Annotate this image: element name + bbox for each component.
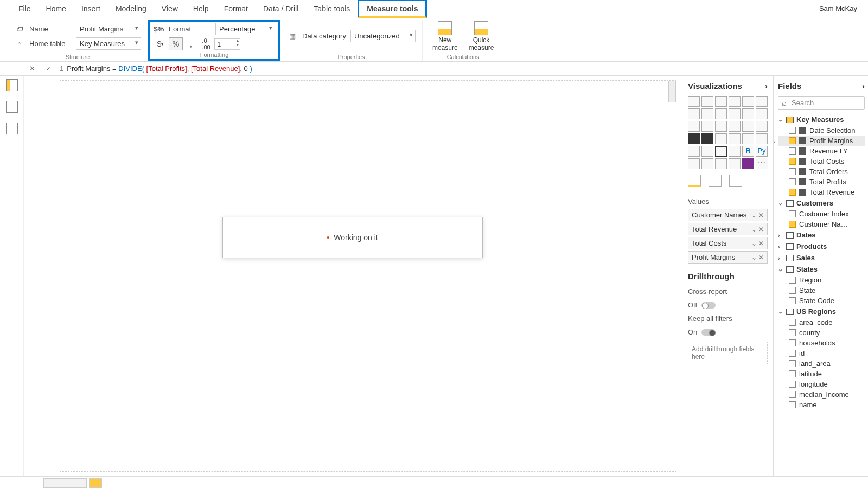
viz-python-icon[interactable]: Py [756,146,768,157]
viz-qna-icon[interactable] [715,158,727,169]
field-checkbox[interactable] [789,221,796,228]
viz-donut-icon[interactable] [729,121,741,132]
field-checkbox[interactable] [789,391,796,398]
viz-card-icon[interactable] [742,133,754,144]
field-latitude[interactable]: latitude [778,369,865,379]
new-page-button[interactable] [89,478,102,488]
viz-line-icon[interactable] [688,108,700,119]
chevron-down-icon[interactable]: ⌄ [751,226,757,233]
field-total-costs[interactable]: Total Costs [778,156,865,166]
field-total-orders[interactable]: Total Orders [778,166,865,177]
report-view-icon[interactable] [6,79,18,91]
table-sales[interactable]: ›Sales [778,252,865,264]
field-county[interactable]: county [778,328,865,338]
viz-funnel-icon[interactable] [715,133,727,144]
field-revenue-ly[interactable]: Revenue LY [778,146,865,156]
field-customer-index[interactable]: Customer Index [778,209,865,219]
chevron-down-icon[interactable]: ⌄ [751,211,757,219]
viz-scatter-icon[interactable] [701,121,713,132]
field-checkbox[interactable] [789,381,796,388]
canvas-page[interactable] [60,80,676,472]
field-longitude[interactable]: longitude [778,379,865,389]
menu-view[interactable]: View [154,1,186,16]
model-view-icon[interactable] [6,123,18,134]
data-view-icon[interactable] [6,101,18,113]
data-category-dropdown[interactable]: Uncategorized [350,30,416,42]
viz-shape-map-icon[interactable] [701,133,713,144]
analytics-tab-icon[interactable] [729,175,742,187]
viz-arcglobe-icon[interactable] [729,158,741,169]
measure-name-input[interactable]: Profit Margins [76,23,141,35]
viz-gauge-icon[interactable] [729,133,741,144]
viz-multi-card-icon[interactable] [756,133,768,144]
pane-collapse-icon[interactable]: › [862,81,865,91]
report-canvas[interactable]: • Working on it [24,76,681,476]
viz-stacked-bar-icon[interactable] [688,96,700,107]
field-checkbox[interactable] [789,127,796,134]
field-total-revenue[interactable]: Total Revenue [778,187,865,197]
viz-pie-icon[interactable] [715,121,727,132]
table-dates[interactable]: ›Dates [778,229,865,241]
field-profit-margins[interactable]: ↖Profit Margins [778,136,865,146]
formula-text[interactable]: Profit Margins = DIVIDE( [Total Profits]… [67,65,252,73]
page-tab-1[interactable] [43,478,87,488]
remove-icon[interactable]: ✕ [758,240,764,247]
field-checkbox[interactable] [789,287,796,294]
field-households[interactable]: households [778,338,865,348]
formula-cancel-button[interactable]: ✕ [24,65,40,73]
viz-map-icon[interactable] [756,121,768,132]
viz-ribbon-icon[interactable] [756,108,768,119]
percent-button[interactable]: % [169,37,183,50]
viz-filled-map-icon[interactable] [688,133,700,144]
viz-more-icon[interactable]: ⋯ [756,158,768,169]
value-well-total-costs[interactable]: Total Costs⌄ ✕ [688,237,768,249]
viz-waterfall-icon[interactable] [688,121,700,132]
menu-home[interactable]: Home [39,1,74,16]
viz-key-influencers-icon[interactable] [688,158,700,169]
viz-treemap-icon[interactable] [742,121,754,132]
menu-insert[interactable]: Insert [74,1,108,16]
new-measure-button[interactable]: New measure [429,21,461,52]
formula-bar[interactable]: ✕ ✓ 1 Profit Margins = DIVIDE( [Total Pr… [0,62,868,76]
viz-table-icon[interactable] [715,146,727,157]
field-checkbox[interactable] [789,178,796,185]
field-id[interactable]: id [778,348,865,358]
quick-measure-button[interactable]: Quick measure [465,21,497,52]
field-median-income[interactable]: median_income [778,389,865,400]
field-customer-na-[interactable]: Customer Na… [778,219,865,229]
field-checkbox[interactable] [789,168,796,175]
pane-collapse-icon[interactable]: › [765,81,768,91]
field-checkbox[interactable] [789,297,796,304]
field-checkbox[interactable] [789,401,796,408]
field-checkbox[interactable] [789,147,796,155]
field-area-code[interactable]: area_code [778,317,865,328]
value-well-total-revenue[interactable]: Total Revenue⌄ ✕ [688,223,768,235]
viz-slicer-icon[interactable] [701,146,713,157]
viz-clustered-column-icon[interactable] [729,96,741,107]
format-dropdown[interactable]: Percentage [215,23,275,35]
table-states[interactable]: ⌄States [778,264,865,275]
home-table-dropdown[interactable]: Key Measures [76,37,141,50]
menu-table-tools[interactable]: Table tools [306,1,358,16]
menu-modeling[interactable]: Modeling [108,1,154,16]
field-checkbox[interactable] [789,319,796,326]
field-region[interactable]: Region [778,275,865,285]
field-name[interactable]: name [778,400,865,410]
menu-help[interactable]: Help [186,1,216,16]
drillthrough-drop-area[interactable]: Add drillthrough fields here [688,342,768,364]
viz-100-column-icon[interactable] [756,96,768,107]
field-checkbox[interactable] [789,370,796,377]
format-tab-icon[interactable] [709,175,722,187]
viz-line-column-icon[interactable] [729,108,741,119]
currency-button[interactable]: $▾ [154,37,168,50]
viz-powerapps-icon[interactable] [742,158,754,169]
thousands-button[interactable]: , [184,37,198,50]
remove-icon[interactable]: ✕ [758,254,764,261]
filters-collapse-handle[interactable] [668,81,676,102]
value-well-profit-margins[interactable]: Profit Margins⌄ ✕ [688,251,768,264]
field-checkbox[interactable] [789,360,796,367]
table-customers[interactable]: ⌄Customers [778,197,865,209]
field-state[interactable]: State [778,285,865,296]
menu-format[interactable]: Format [216,1,256,16]
chevron-down-icon[interactable]: ⌄ [751,254,757,261]
